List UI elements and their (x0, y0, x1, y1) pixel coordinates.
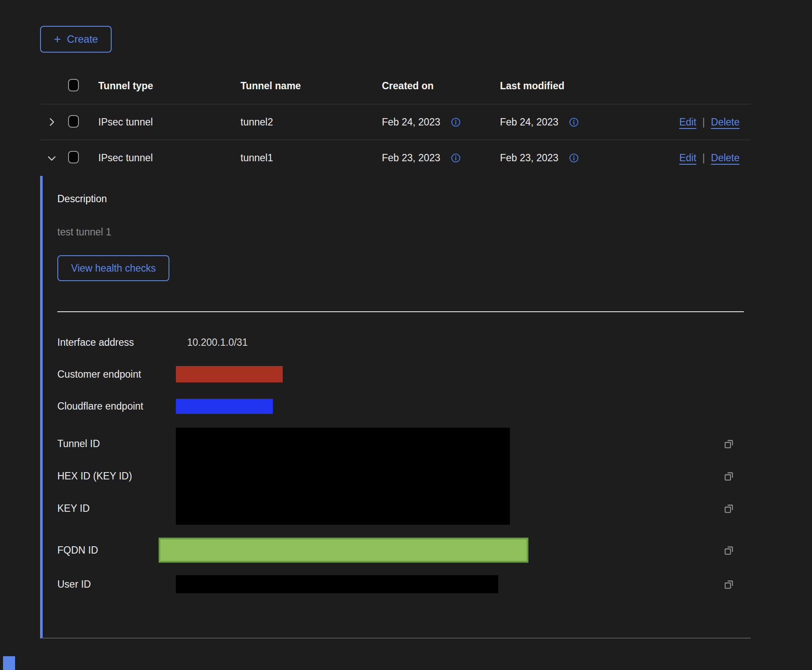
bottom-left-accent-bar (3, 656, 15, 670)
row-checkbox[interactable] (68, 115, 79, 128)
description-text: test tunnel 1 (57, 226, 744, 238)
edit-link[interactable]: Edit (679, 116, 696, 128)
ids-redacted-value (176, 428, 510, 525)
info-icon[interactable] (569, 153, 579, 163)
created-on-value: Feb 24, 2023 (382, 116, 440, 128)
view-health-checks-button[interactable]: View health checks (57, 255, 169, 281)
row-checkbox[interactable] (68, 151, 79, 163)
tunnel-name-cell: tunnel1 (240, 152, 382, 164)
info-icon[interactable] (451, 153, 461, 163)
copy-icon[interactable] (723, 503, 735, 514)
tunnel-type-cell: IPsec tunnel (98, 116, 240, 128)
created-on-value: Feb 23, 2023 (382, 152, 440, 164)
cloudflare-endpoint-row: Cloudflare endpoint (57, 396, 744, 416)
info-icon[interactable] (569, 117, 579, 127)
customer-endpoint-row: Customer endpoint (57, 364, 744, 385)
fqdn-id-redacted-value (159, 538, 528, 563)
interface-address-value: 10.200.1.0/31 (176, 337, 248, 348)
last-modified-value: Feb 23, 2023 (500, 152, 559, 164)
collapse-chevron-down-icon[interactable] (44, 151, 59, 166)
tunnels-page: + Create Tunnel type Tunnel name Created… (0, 0, 812, 670)
action-separator: | (703, 116, 705, 128)
copy-icon[interactable] (723, 438, 735, 450)
page-content: + Create Tunnel type Tunnel name Created… (40, 26, 751, 639)
select-all-checkbox[interactable] (68, 79, 79, 91)
fqdn-id-row: FQDN ID (57, 538, 744, 563)
create-button-label: Create (67, 33, 98, 45)
delete-link[interactable]: Delete (711, 116, 740, 128)
tunnel-id-label: Tunnel ID (57, 438, 176, 450)
header-tunnel-type: Tunnel type (98, 80, 240, 92)
cloudflare-endpoint-label: Cloudflare endpoint (57, 401, 176, 412)
header-created-on: Created on (382, 80, 500, 92)
tunnel-type-cell: IPsec tunnel (98, 152, 240, 164)
user-id-redacted-value (176, 575, 498, 593)
user-id-row: User ID (57, 574, 744, 595)
table-row-tunnel1: IPsec tunnel tunnel1 Feb 23, 2023 Feb 23… (40, 140, 751, 176)
interface-address-row: Interface address 10.200.1.0/31 (57, 332, 744, 353)
edit-link[interactable]: Edit (679, 152, 696, 164)
tunnel-ids-block: Tunnel ID HEX ID (KEY ID) KEY ID (57, 428, 744, 525)
plus-icon: + (54, 33, 61, 45)
tunnel-fields: Interface address 10.200.1.0/31 Customer… (57, 332, 744, 595)
user-id-label: User ID (57, 579, 176, 590)
cloudflare-endpoint-redacted-value (176, 399, 273, 414)
last-modified-value: Feb 24, 2023 (500, 116, 559, 128)
copy-icon[interactable] (723, 545, 735, 556)
create-button[interactable]: + Create (40, 26, 112, 53)
info-icon[interactable] (451, 117, 461, 127)
hex-id-label: HEX ID (KEY ID) (57, 470, 176, 482)
customer-endpoint-label: Customer endpoint (57, 369, 176, 380)
action-separator: | (703, 152, 705, 164)
delete-link[interactable]: Delete (711, 152, 740, 164)
tunnel-name-cell: tunnel2 (240, 116, 382, 128)
customer-endpoint-redacted-value (176, 366, 283, 382)
section-divider (57, 311, 744, 312)
header-tunnel-name: Tunnel name (240, 80, 382, 92)
header-last-modified: Last modified (500, 80, 626, 92)
description-label: Description (57, 193, 744, 205)
table-row-tunnel2: IPsec tunnel tunnel2 Feb 24, 2023 Feb 24… (40, 104, 751, 140)
expand-chevron-right-icon[interactable] (44, 115, 59, 129)
tunnels-table: Tunnel type Tunnel name Created on Last … (40, 68, 751, 639)
copy-icon[interactable] (723, 470, 735, 482)
key-id-label: KEY ID (57, 503, 176, 514)
fqdn-id-label: FQDN ID (57, 545, 176, 556)
tunnel-details-panel: Description test tunnel 1 View health ch… (40, 176, 751, 639)
table-header-row: Tunnel type Tunnel name Created on Last … (40, 68, 751, 104)
copy-icon[interactable] (723, 579, 735, 590)
interface-address-label: Interface address (57, 337, 176, 348)
